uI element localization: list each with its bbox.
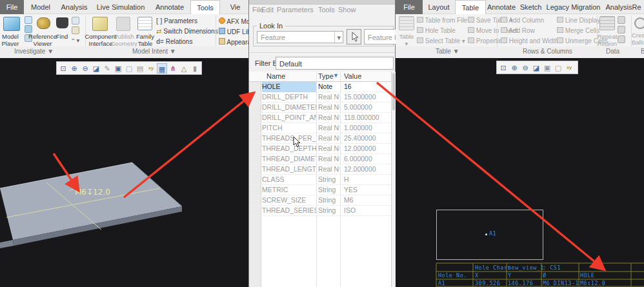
annotation-display-icon[interactable]: ▦ (157, 63, 167, 74)
parameter-type-cell[interactable]: Real Nu... (318, 134, 339, 142)
parameter-type-cell[interactable]: String (318, 196, 339, 204)
parameter-name-cell[interactable]: THREADS_PER_INCH (262, 134, 316, 142)
parameter-row[interactable]: PITCHReal Nu...1.000000 (249, 123, 391, 134)
parameter-row[interactable]: THREADS_PER_INCHReal Nu...25.400000 (249, 134, 391, 144)
mesh-icon[interactable] (72, 26, 79, 34)
table-button-icon[interactable] (399, 16, 414, 30)
parameter-row[interactable]: THREAD_DEPTHReal Nu...12.000000 (249, 144, 391, 154)
perspective-icon[interactable]: ▮ (190, 63, 200, 74)
erase-region-icon[interactable] (618, 26, 625, 34)
tab-tools[interactable]: Tools (190, 0, 220, 14)
dialog-titlebar[interactable] (249, 0, 395, 5)
zoom-in-icon[interactable]: ⊕ (69, 63, 79, 74)
parameter-row[interactable]: THREAD_DIAMETERReal Nu...6.000000 (249, 154, 391, 164)
tab-layout[interactable]: Layout (425, 0, 453, 14)
parameter-value-cell[interactable]: YES (344, 186, 389, 193)
right-graphics-area[interactable]: ⊡ ⊕ ⊖ ◪ ▣ ▢ xy A1 (396, 58, 644, 287)
tab-sketch[interactable]: Sketch (517, 0, 545, 14)
parameter-value-cell[interactable]: 25.400000 (344, 134, 389, 142)
type-filter-icon[interactable]: ▼ (333, 72, 339, 79)
shaded-view-icon[interactable]: ▣ (113, 63, 123, 74)
filter-by-combobox[interactable]: Default (276, 57, 394, 70)
parameter-value-cell[interactable]: 118.000000 (344, 114, 389, 121)
tab-live-simulation[interactable]: Live Simulation (92, 0, 150, 14)
parameter-value-cell[interactable]: ISO (344, 206, 389, 214)
parameter-type-cell[interactable]: Note (318, 83, 339, 90)
reference-viewer-icon[interactable] (37, 17, 50, 29)
parameter-row[interactable]: METRICStringYES (249, 185, 391, 195)
parameter-value-cell[interactable]: 16 (344, 83, 389, 90)
look-in-combobox[interactable]: Feature ▾ (257, 31, 343, 43)
spin-center-icon[interactable]: ⋔ (168, 63, 178, 74)
parameter-row[interactable]: THREAD_SERIESStringISO (249, 206, 391, 216)
parameter-value-cell[interactable]: H (344, 175, 389, 183)
tab-legacy-migration[interactable]: Legacy Migration (546, 0, 601, 14)
col-header-name[interactable]: Name (267, 72, 285, 80)
left-graphics-area[interactable]: ⊡ ⊕ ⊖ ◪ ✎ ▣ ▢ ▤ xy ▦ ⋔ △ ▮ M6↧12.0 (0, 58, 248, 287)
render-style-icon[interactable]: ✎ (102, 63, 112, 74)
parameter-name-cell[interactable]: DRILL_DEPTH (262, 93, 316, 101)
parameter-name-cell[interactable]: THREAD_SERIES (262, 206, 316, 214)
update-tables-icon[interactable] (618, 16, 625, 24)
datum-display-icon[interactable]: xy (146, 63, 156, 74)
parameter-value-cell[interactable]: 5.000000 (344, 103, 389, 111)
tab-analysis[interactable]: Analysis (57, 0, 91, 14)
parameter-name-cell[interactable]: THREAD_DEPTH (262, 144, 316, 152)
repeat-region-label[interactable]: RepeatRegion (594, 33, 620, 47)
parameters-button[interactable]: [ ] Parameters (156, 17, 197, 25)
tab-model[interactable]: Model (26, 0, 55, 14)
parameter-name-cell[interactable]: CLASS (262, 175, 316, 183)
parameter-row[interactable]: DRILL_POINT_ANGLEReal Nu...118.000000 (249, 113, 391, 123)
group-model-intent[interactable]: Model Intent ▼ (132, 48, 176, 55)
select-items-button[interactable] (347, 29, 361, 45)
find-icon[interactable] (56, 17, 68, 28)
parameter-type-cell[interactable]: String (318, 186, 339, 193)
parameter-type-cell[interactable]: Real Nu... (318, 124, 339, 132)
investigate-more-button[interactable]: ⁼ ▾ (67, 37, 84, 44)
parameter-name-cell[interactable]: THREAD_LENGTH (262, 165, 316, 173)
create-balloon-icon[interactable] (634, 17, 644, 29)
group-investigate[interactable]: Investigate ▼ (14, 48, 54, 55)
parameter-name-cell[interactable]: HOLE (262, 82, 316, 92)
switch-symbols-icon[interactable] (618, 35, 625, 43)
parameter-type-cell[interactable]: String (318, 206, 339, 214)
tab-analysis-results[interactable]: AnalysisRe (603, 0, 644, 14)
parameter-type-cell[interactable]: Real Nu... (318, 103, 339, 111)
scrollbar-thumb[interactable] (392, 73, 395, 110)
tab-file[interactable]: File (0, 0, 24, 14)
hole-note-annotation[interactable]: M6↧12.0 (75, 188, 110, 197)
parameter-row[interactable]: HOLENote16 (249, 82, 391, 92)
parameter-value-cell[interactable]: 15.000000 (344, 93, 389, 101)
parameter-type-cell[interactable]: Real Nu... (318, 144, 339, 152)
display-style-icon[interactable] (25, 25, 32, 33)
tab-table[interactable]: Table (455, 0, 486, 14)
family-table-icon[interactable] (137, 17, 152, 30)
parameter-row[interactable]: DRILL_DIAMETERReal Nu...5.000000 (249, 103, 391, 113)
model-player-icon[interactable] (3, 17, 20, 31)
tab-file[interactable]: File (396, 0, 423, 14)
tab-view[interactable]: Vie (222, 0, 248, 14)
parameter-value-cell[interactable]: 6.000000 (344, 155, 389, 163)
parameter-name-cell[interactable]: DRILL_POINT_ANGLE (262, 114, 316, 121)
parameter-name-cell[interactable]: SCREW_SIZE (262, 196, 316, 204)
capture-icon[interactable]: ▤ (135, 63, 145, 74)
refit-icon[interactable]: ⊡ (58, 63, 68, 74)
parameter-type-cell[interactable]: Real Nu... (318, 93, 339, 101)
family-table-label[interactable]: FamilyTable (134, 33, 156, 47)
create-balloon-label[interactable]: CreaBalloo (632, 32, 644, 46)
parameter-type-cell[interactable]: Real Nu... (318, 165, 339, 173)
repaint-icon[interactable]: ◪ (91, 63, 101, 74)
table-scrollbar[interactable] (391, 72, 396, 287)
menu-show[interactable]: Show (338, 6, 356, 14)
model-player-label[interactable]: ModelPlayer (0, 33, 23, 47)
zoom-out-icon[interactable]: ⊖ (80, 63, 90, 74)
sim-display-icon[interactable]: △ (179, 63, 189, 74)
parameter-row[interactable]: SCREW_SIZEStringM6 (249, 195, 391, 206)
parameter-type-cell[interactable]: Real Nu... (318, 155, 339, 163)
tab-annotate[interactable]: Annotate (150, 0, 190, 14)
parameter-row[interactable]: THREAD_LENGTHReal Nu...12.000000 (249, 164, 391, 175)
tab-annotate[interactable]: Annotate (486, 0, 517, 14)
parameter-type-cell[interactable]: Real Nu... (318, 114, 339, 121)
switch-dimensions-button[interactable]: ⇄ Switch Dimensions (156, 28, 218, 35)
repeat-region-icon[interactable] (599, 16, 615, 30)
